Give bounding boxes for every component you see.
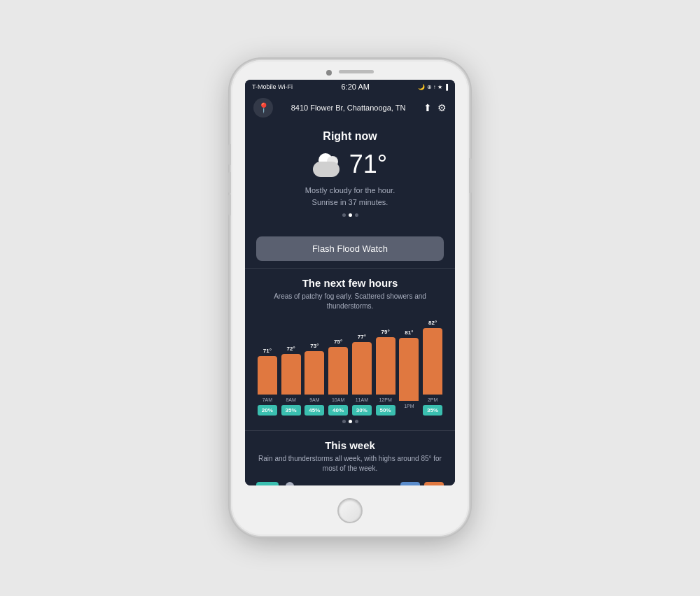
home-button[interactable] (337, 498, 363, 523)
hour-col-9AM: 73°9AM45% (304, 343, 324, 416)
flash-flood-button[interactable]: Flash Flood Watch (256, 236, 444, 261)
hour-temp-label: 79° (382, 329, 390, 335)
hour-bar (376, 337, 396, 395)
hour-temp-label: 77° (358, 334, 366, 340)
hour-col-12PM: 79°12PM50% (376, 329, 396, 416)
hour-temp-label: 72° (287, 346, 295, 352)
hour-precip-label: 35% (281, 405, 301, 416)
hour-bar (423, 328, 442, 395)
week-high-temp: 85° (424, 482, 444, 485)
hour-col-11AM: 77°11AM30% (352, 334, 372, 416)
time-text: 6:20 AM (342, 83, 370, 91)
hour-precip-label (399, 411, 419, 416)
hour-bar (352, 342, 372, 395)
current-weather: 71° (259, 150, 441, 179)
weather-description: Mostly cloudy for the hour. Sunrise in 3… (259, 185, 441, 208)
right-now-title: Right now (259, 130, 441, 143)
week-row-fri: 40% FRI 72° 85° (256, 482, 444, 485)
hours-title: The next few hours (256, 277, 444, 289)
hour-bar (281, 354, 301, 395)
hour-time-label: 12PM (379, 397, 391, 402)
hour-col-7AM: 71°7AM20% (258, 348, 277, 416)
chart-dot-3 (355, 420, 358, 423)
app-header: 📍 8410 Flower Br, Chattanooga, TN ⬆ ⚙ (245, 94, 455, 122)
hour-time-label: 1PM (404, 404, 414, 409)
hour-precip-label: 35% (423, 405, 442, 416)
hour-time-label: 11AM (356, 397, 368, 402)
hour-time-label: 7AM (262, 397, 272, 402)
chart-dot-1 (342, 420, 346, 423)
hour-col-2PM: 82°2PM35% (423, 320, 442, 416)
week-cloud-icon (283, 482, 300, 485)
hour-col-8AM: 72°8AM35% (281, 346, 301, 416)
right-now-section: Right now 71° Mostly cloudy for the hour… (245, 122, 455, 229)
hour-time-label: 10AM (332, 397, 344, 402)
speaker (339, 70, 374, 73)
chart-dots (256, 420, 444, 423)
temperature: 71° (349, 150, 387, 179)
phone-top (231, 60, 469, 80)
scroll-content[interactable]: Right now 71° Mostly cloudy for the hour… (245, 122, 455, 485)
hour-bar (304, 351, 324, 395)
hours-desc: Areas of patchy fog early. Scattered sho… (256, 292, 444, 311)
dot-3 (355, 213, 358, 217)
hour-precip-label: 45% (304, 405, 324, 416)
location-button[interactable]: 📍 (253, 98, 273, 118)
week-desc: Rain and thunderstorms all week, with hi… (256, 454, 444, 474)
status-icons: 🌙 ⊕ ↑ ★ ▐ (418, 84, 448, 90)
hours-section: The next few hours Areas of patchy fog e… (245, 269, 455, 430)
alert-section: Flash Flood Watch (245, 229, 455, 268)
hour-time-label: 2PM (428, 397, 438, 402)
location-label: 8410 Flower Br, Chattanooga, TN (273, 104, 424, 112)
hour-temp-label: 73° (310, 343, 318, 349)
week-low-temp: 72° (400, 482, 420, 485)
hour-precip-label: 20% (258, 405, 277, 416)
hour-temp-label: 71° (263, 348, 272, 354)
status-bar: T-Mobile Wi-Fi 6:20 AM 🌙 ⊕ ↑ ★ ▐ (245, 80, 455, 94)
hour-precip-label: 40% (328, 405, 348, 416)
hour-time-label: 8AM (286, 397, 295, 402)
location-pin-icon: 📍 (258, 102, 270, 113)
hour-temp-label: 82° (428, 320, 437, 326)
share-icon[interactable]: ⬆ (424, 102, 432, 113)
carrier-text: T-Mobile Wi-Fi (252, 83, 293, 90)
header-actions: ⬆ ⚙ (424, 102, 447, 113)
phone-frame: T-Mobile Wi-Fi 6:20 AM 🌙 ⊕ ↑ ★ ▐ 📍 8410 … (231, 60, 469, 536)
week-day-label: FRI (304, 485, 396, 486)
hour-bar (258, 356, 277, 395)
hour-col-10AM: 75°10AM40% (328, 339, 348, 416)
page-dots (259, 213, 441, 217)
chart-dot-2 (349, 420, 352, 423)
hour-temp-label: 75° (334, 339, 342, 345)
phone-screen: T-Mobile Wi-Fi 6:20 AM 🌙 ⊕ ↑ ★ ▐ 📍 8410 … (245, 80, 455, 485)
hourly-chart: 71°7AM20%72°8AM35%73°9AM45%75°10AM40%77°… (256, 320, 444, 416)
hour-precip-label: 50% (376, 405, 396, 416)
week-section: This week Rain and thunderstorms all wee… (245, 431, 455, 485)
dot-2 (349, 213, 352, 217)
phone-home-area (337, 485, 363, 536)
week-precip: 40% (256, 482, 279, 485)
hour-precip-label: 30% (352, 405, 372, 416)
hour-bar (399, 338, 419, 401)
hour-time-label: 9AM (309, 397, 319, 402)
settings-icon[interactable]: ⚙ (438, 102, 447, 113)
hour-bar (328, 347, 348, 395)
cloud-icon (313, 152, 344, 177)
hour-temp-label: 81° (405, 329, 413, 336)
camera (326, 70, 332, 76)
hour-col-1PM: 81°1PM (399, 329, 419, 416)
dot-1 (342, 213, 346, 217)
week-title: This week (256, 439, 444, 451)
